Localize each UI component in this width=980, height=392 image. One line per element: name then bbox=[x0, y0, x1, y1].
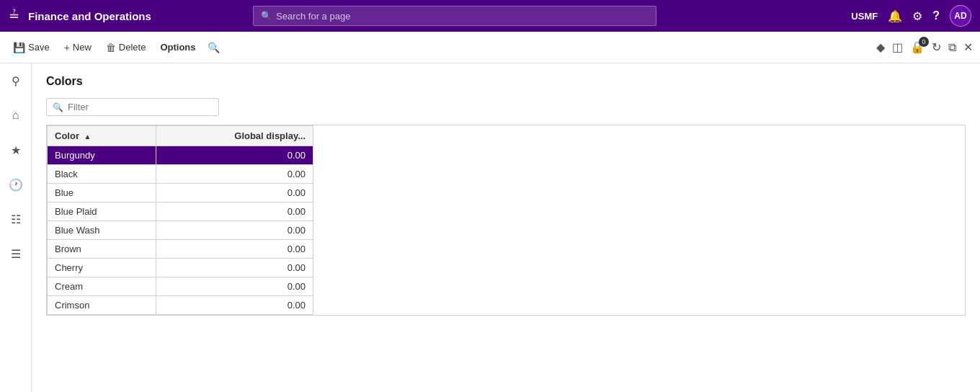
search-bar[interactable]: 🔍 Search for a page bbox=[253, 6, 656, 26]
global-display-cell: 0.00 bbox=[156, 221, 313, 240]
new-label: New bbox=[73, 42, 92, 53]
sidebar-modules-icon[interactable]: ☰ bbox=[4, 242, 27, 265]
toolbar-right-tools: ◆ ◫ 🔒 0 ↻ ⧉ ✕ bbox=[876, 40, 973, 54]
filter-icon: 🔍 bbox=[53, 102, 63, 112]
grid-icon[interactable]: ≟ bbox=[9, 8, 19, 24]
global-display-cell: 0.00 bbox=[156, 146, 313, 165]
save-label: Save bbox=[28, 42, 50, 53]
search-icon: 🔍 bbox=[261, 11, 272, 21]
global-display-cell: 0.00 bbox=[156, 202, 313, 221]
color-column-header[interactable]: Color ▲ bbox=[48, 126, 156, 146]
global-display-column-header[interactable]: Global display... bbox=[156, 126, 313, 146]
sidebar-recent-icon[interactable]: 🕐 bbox=[4, 173, 27, 196]
new-icon: + bbox=[64, 42, 70, 53]
avatar[interactable]: AD bbox=[950, 5, 971, 27]
table-row[interactable]: Crimson0.00 bbox=[48, 296, 313, 315]
table-row[interactable]: Cream0.00 bbox=[48, 277, 313, 296]
app-title: Finance and Operations bbox=[28, 10, 151, 22]
delete-button[interactable]: 🗑 Delete bbox=[100, 39, 152, 56]
color-cell: Brown bbox=[48, 240, 156, 259]
toolbar-search-icon[interactable]: 🔍 bbox=[208, 42, 220, 53]
table-row[interactable]: Blue Wash0.00 bbox=[48, 221, 313, 240]
close-icon[interactable]: ✕ bbox=[963, 40, 973, 54]
table-row[interactable]: Cherry0.00 bbox=[48, 259, 313, 277]
new-button[interactable]: + New bbox=[58, 39, 97, 56]
global-display-cell: 0.00 bbox=[156, 184, 313, 202]
color-cell: Cherry bbox=[48, 259, 156, 277]
company-code[interactable]: USMF bbox=[851, 11, 878, 22]
filter-input[interactable] bbox=[68, 102, 213, 112]
filter-box[interactable]: 🔍 bbox=[46, 98, 219, 116]
sort-arrow-icon: ▲ bbox=[84, 133, 92, 141]
global-display-col-label: Global display... bbox=[234, 130, 306, 141]
global-display-cell: 0.00 bbox=[156, 165, 313, 184]
columns-icon[interactable]: ◫ bbox=[892, 40, 903, 54]
notification-icon[interactable]: 🔔 bbox=[888, 9, 902, 23]
diamond-icon[interactable]: ◆ bbox=[876, 40, 885, 54]
left-sidebar: ⚲ ⌂ ★ 🕐 ☷ ☰ bbox=[0, 63, 32, 392]
table-row[interactable]: Blue Plaid0.00 bbox=[48, 202, 313, 221]
table-row[interactable]: Burgundy0.00 bbox=[48, 146, 313, 165]
options-label: Options bbox=[160, 42, 195, 53]
sidebar-home-icon[interactable]: ⌂ bbox=[4, 104, 27, 127]
global-display-cell: 0.00 bbox=[156, 240, 313, 259]
global-display-cell: 0.00 bbox=[156, 277, 313, 296]
color-cell: Black bbox=[48, 165, 156, 184]
sidebar-workspaces-icon[interactable]: ☷ bbox=[4, 208, 27, 231]
table-scroll-area[interactable]: Color ▲ Global display... Burgundy0.00Bl… bbox=[47, 125, 965, 315]
search-placeholder: Search for a page bbox=[276, 11, 350, 22]
notification-badge-icon[interactable]: 🔒 0 bbox=[910, 40, 925, 54]
toolbar: 💾 Save + New 🗑 Delete Options 🔍 ◆ ◫ 🔒 0 … bbox=[0, 32, 980, 63]
sidebar-filter-icon[interactable]: ⚲ bbox=[4, 69, 27, 92]
color-cell: Burgundy bbox=[48, 146, 156, 165]
colors-table: Color ▲ Global display... Burgundy0.00Bl… bbox=[47, 125, 313, 315]
main-content: ⚲ ⌂ ★ 🕐 ☷ ☰ Colors 🔍 Color ▲ bbox=[0, 63, 980, 392]
table-row[interactable]: Blue0.00 bbox=[48, 184, 313, 202]
color-col-label: Color bbox=[55, 130, 79, 141]
help-icon[interactable]: ? bbox=[932, 9, 940, 22]
global-display-cell: 0.00 bbox=[156, 259, 313, 277]
global-display-cell: 0.00 bbox=[156, 296, 313, 315]
table-row[interactable]: Brown0.00 bbox=[48, 240, 313, 259]
delete-icon: 🗑 bbox=[106, 42, 116, 53]
open-icon[interactable]: ⧉ bbox=[948, 41, 956, 54]
color-cell: Crimson bbox=[48, 296, 156, 315]
top-right-icons: USMF 🔔 ⚙ ? AD bbox=[851, 5, 971, 27]
page-title: Colors bbox=[46, 75, 966, 88]
table-row[interactable]: Black0.00 bbox=[48, 165, 313, 184]
table-header-row: Color ▲ Global display... bbox=[48, 126, 313, 146]
refresh-icon[interactable]: ↻ bbox=[932, 40, 941, 54]
colors-table-wrapper: Color ▲ Global display... Burgundy0.00Bl… bbox=[46, 125, 966, 316]
color-cell: Blue Wash bbox=[48, 221, 156, 240]
color-cell: Cream bbox=[48, 277, 156, 296]
save-icon: 💾 bbox=[13, 42, 25, 53]
color-cell: Blue bbox=[48, 184, 156, 202]
options-button[interactable]: Options bbox=[154, 39, 201, 55]
settings-icon[interactable]: ⚙ bbox=[912, 9, 922, 23]
badge-count: 0 bbox=[919, 37, 929, 47]
content-area: Colors 🔍 Color ▲ Global display... bbox=[32, 63, 980, 392]
delete-label: Delete bbox=[119, 42, 146, 53]
sidebar-favorites-icon[interactable]: ★ bbox=[4, 138, 27, 161]
save-button[interactable]: 💾 Save bbox=[7, 39, 55, 56]
top-nav: ≟ Finance and Operations 🔍 Search for a … bbox=[0, 0, 980, 32]
color-cell: Blue Plaid bbox=[48, 202, 156, 221]
